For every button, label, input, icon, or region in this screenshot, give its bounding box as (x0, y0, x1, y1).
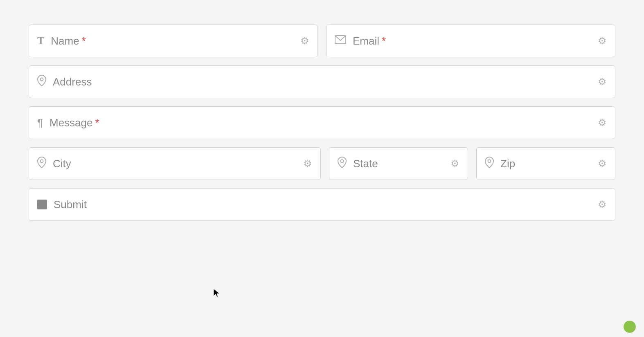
row-message: ¶ Message* ⚙ (29, 106, 615, 139)
email-icon (335, 35, 346, 47)
state-gear-icon[interactable]: ⚙ (450, 158, 459, 169)
state-field[interactable]: State ⚙ (329, 147, 468, 180)
svg-point-3 (341, 160, 344, 163)
zip-location-icon (485, 157, 494, 171)
button-icon (37, 200, 47, 209)
row-address: Address ⚙ (29, 65, 615, 98)
email-required: * (382, 35, 386, 47)
submit-label: Submit (54, 198, 598, 211)
name-label: Name* (51, 35, 300, 47)
submit-field[interactable]: Submit ⚙ (29, 188, 615, 221)
text-icon: T (37, 35, 44, 47)
svg-point-2 (41, 160, 43, 163)
message-label: Message* (50, 117, 598, 129)
address-gear-icon[interactable]: ⚙ (598, 76, 607, 88)
form-builder: T Name* ⚙ Email* ⚙ (0, 0, 644, 245)
city-field[interactable]: City ⚙ (29, 147, 321, 180)
cursor (213, 288, 221, 300)
row-name-email: T Name* ⚙ Email* ⚙ (29, 25, 615, 57)
city-gear-icon[interactable]: ⚙ (303, 158, 312, 169)
email-gear-icon[interactable]: ⚙ (598, 35, 607, 47)
name-required: * (82, 35, 86, 47)
svg-point-4 (488, 160, 491, 163)
zip-gear-icon[interactable]: ⚙ (598, 158, 607, 169)
email-field[interactable]: Email* ⚙ (326, 25, 615, 57)
status-indicator (624, 321, 636, 333)
submit-gear-icon[interactable]: ⚙ (598, 199, 607, 210)
city-label: City (53, 157, 303, 170)
address-location-icon (37, 75, 46, 89)
state-label: State (353, 157, 450, 170)
address-label: Address (53, 76, 598, 88)
message-gear-icon[interactable]: ⚙ (598, 117, 607, 128)
address-field[interactable]: Address ⚙ (29, 65, 615, 98)
row-submit: Submit ⚙ (29, 188, 615, 221)
row-city-state-zip: City ⚙ State ⚙ Zip ⚙ (29, 147, 615, 180)
city-location-icon (37, 157, 46, 171)
name-field[interactable]: T Name* ⚙ (29, 25, 318, 57)
svg-point-1 (41, 78, 43, 81)
email-label: Email* (353, 35, 598, 47)
state-location-icon (338, 157, 347, 171)
message-field[interactable]: ¶ Message* ⚙ (29, 106, 615, 139)
paragraph-icon: ¶ (37, 117, 43, 129)
message-required: * (95, 117, 99, 129)
zip-label: Zip (500, 157, 598, 170)
zip-field[interactable]: Zip ⚙ (476, 147, 615, 180)
name-gear-icon[interactable]: ⚙ (300, 35, 309, 47)
